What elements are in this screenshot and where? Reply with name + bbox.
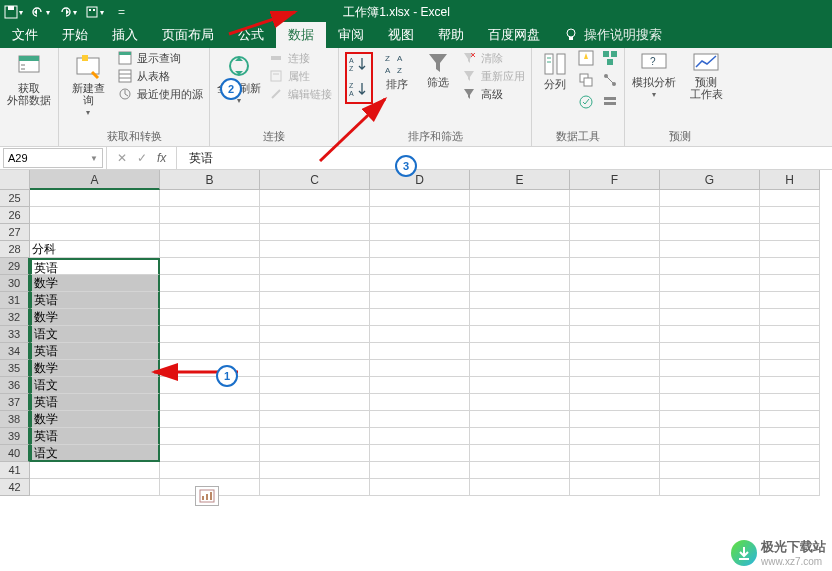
new-query-button[interactable]: 新建查 询 ▾ [65,50,111,117]
cell[interactable] [160,207,260,224]
cell[interactable] [660,258,760,275]
cell[interactable] [370,445,470,462]
cell[interactable] [760,462,820,479]
cell[interactable] [760,207,820,224]
cell[interactable]: 数学 [30,275,160,292]
cell[interactable]: 语文 [30,445,160,462]
row-header[interactable]: 25 [0,190,30,207]
cell[interactable] [660,479,760,496]
quick-analysis-button[interactable] [195,486,219,506]
cell[interactable] [660,292,760,309]
row-header[interactable]: 42 [0,479,30,496]
cell[interactable] [570,360,660,377]
cell[interactable] [160,428,260,445]
tell-me-search[interactable]: 操作说明搜索 [552,22,674,48]
flash-fill-icon[interactable] [578,50,594,66]
cell[interactable] [660,360,760,377]
cell[interactable] [30,479,160,496]
row-header[interactable]: 31 [0,292,30,309]
data-validation-icon[interactable] [578,94,594,110]
show-queries-button[interactable]: 显示查询 [117,50,203,66]
cell[interactable] [570,462,660,479]
cell[interactable] [260,394,370,411]
cell[interactable] [470,207,570,224]
cell[interactable] [370,224,470,241]
name-box[interactable]: A29 ▼ [3,148,103,168]
tab-data[interactable]: 数据 [276,22,326,48]
cell[interactable] [470,360,570,377]
cell[interactable] [760,292,820,309]
cell[interactable] [260,462,370,479]
cell[interactable] [370,479,470,496]
row-header[interactable]: 30 [0,275,30,292]
cell[interactable] [260,428,370,445]
row-header[interactable]: 37 [0,394,30,411]
cell[interactable] [570,411,660,428]
cell[interactable] [260,190,370,207]
cell[interactable] [660,241,760,258]
consolidate-icon[interactable] [602,50,618,66]
cell[interactable] [570,445,660,462]
cell[interactable] [570,190,660,207]
row-header[interactable]: 27 [0,224,30,241]
cell[interactable] [760,326,820,343]
get-external-data-button[interactable]: 获取 外部数据 [6,50,52,106]
cell[interactable]: 分科 [30,241,160,258]
row-header[interactable]: 40 [0,445,30,462]
cell[interactable] [760,241,820,258]
cell[interactable] [260,326,370,343]
row-header[interactable]: 35 [0,360,30,377]
column-header[interactable]: A [30,170,160,190]
cell[interactable] [470,462,570,479]
cell[interactable] [370,258,470,275]
cell[interactable] [370,428,470,445]
cell[interactable] [370,309,470,326]
cell[interactable] [570,309,660,326]
cell[interactable] [470,377,570,394]
cell[interactable] [370,462,470,479]
cell[interactable]: 英语 [30,394,160,411]
cell[interactable] [570,275,660,292]
recent-sources-button[interactable]: 最近使用的源 [117,86,203,102]
select-all-corner[interactable] [0,170,30,190]
cell[interactable]: 英语 [30,343,160,360]
text-to-columns-button[interactable]: 分列 [538,50,572,90]
connections-button[interactable]: 连接 [268,50,332,66]
row-header[interactable]: 36 [0,377,30,394]
cell[interactable] [470,309,570,326]
sort-dialog-button[interactable]: ZAAZ 排序 [379,50,415,90]
cell[interactable]: 数学 [30,360,160,377]
cell[interactable] [160,377,260,394]
cell[interactable] [160,360,260,377]
tab-file[interactable]: 文件 [0,22,50,48]
cell[interactable] [570,377,660,394]
row-header[interactable]: 32 [0,309,30,326]
cell[interactable] [160,309,260,326]
cell[interactable] [470,326,570,343]
tab-page-layout[interactable]: 页面布局 [150,22,226,48]
cell[interactable] [260,479,370,496]
cell[interactable] [660,326,760,343]
column-header[interactable]: F [570,170,660,190]
redo-button[interactable]: ▾ [58,6,77,18]
cell[interactable] [30,190,160,207]
cell[interactable] [570,394,660,411]
cell[interactable] [160,241,260,258]
row-header[interactable]: 34 [0,343,30,360]
cell[interactable] [470,445,570,462]
cell[interactable] [570,258,660,275]
data-model-icon[interactable] [602,94,618,110]
cell[interactable] [570,343,660,360]
cell[interactable] [660,343,760,360]
cell[interactable] [470,292,570,309]
cell[interactable] [470,394,570,411]
cell[interactable] [370,343,470,360]
relationships-icon[interactable] [602,72,618,88]
cell[interactable] [160,343,260,360]
column-header[interactable]: B [160,170,260,190]
cell[interactable] [760,445,820,462]
cell[interactable] [370,377,470,394]
cell[interactable] [260,377,370,394]
cell[interactable] [370,360,470,377]
cell[interactable] [760,377,820,394]
